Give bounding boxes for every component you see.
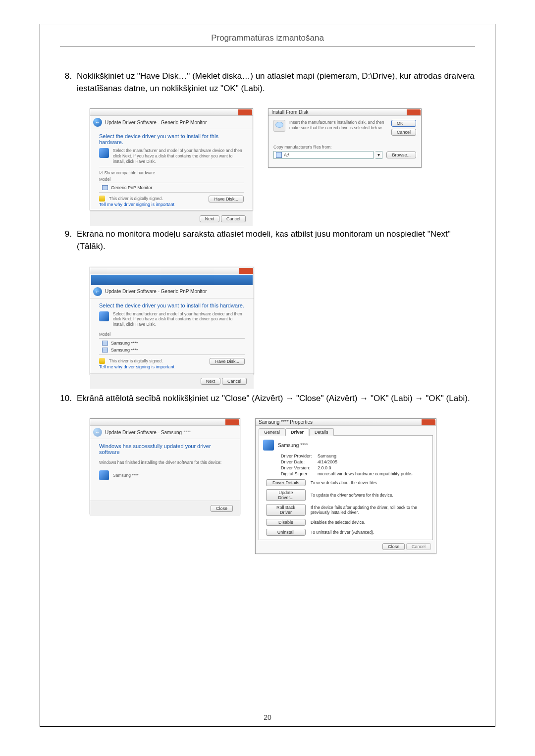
wizard-crumb: Update Driver Software - Generic PnP Mon… <box>105 289 207 294</box>
update-success-wizard: ← Update Driver Software - Samsung **** … <box>90 418 240 514</box>
device-icon <box>99 470 109 480</box>
next-button[interactable]: Next <box>200 215 220 222</box>
step-number: 10. <box>60 393 77 405</box>
titlebar <box>90 419 240 426</box>
signed-label: This driver is digitally signed. <box>109 196 163 202</box>
step-10: 10. Ekrānā attēlotā secībā noklikšķiniet… <box>60 393 475 405</box>
titlebar <box>90 267 254 274</box>
step-8: 8. Noklikšķiniet uz "Have Disk…" (Meklēt… <box>60 70 475 95</box>
close-button[interactable]: Close <box>382 543 405 550</box>
wizard-hint: Select the manufacturer and model of you… <box>113 148 244 164</box>
shield-icon <box>99 196 105 202</box>
uninstall-desc: To uninstall the driver (Advanced). <box>311 530 428 535</box>
back-icon: ← <box>93 428 102 437</box>
step-text: Ekrānā attēlotā secībā noklikšķiniet uz … <box>77 393 475 405</box>
ok-button[interactable]: OK <box>391 120 416 127</box>
titlebar <box>90 109 253 116</box>
model-item[interactable]: Samsung **** <box>99 340 245 347</box>
device-icon <box>263 440 274 451</box>
back-icon[interactable]: ← <box>93 287 102 296</box>
signing-link[interactable]: Tell me why driver signing is important <box>99 364 174 369</box>
column-header: Model <box>99 177 244 182</box>
rollback-driver-desc: If the device fails after updating the d… <box>311 505 428 515</box>
have-disk-button[interactable]: Have Disk... <box>209 196 244 202</box>
step-number: 8. <box>60 70 77 95</box>
path-combo[interactable]: A:\ <box>273 151 374 159</box>
cancel-button[interactable]: Cancel <box>221 215 246 222</box>
disk-icon <box>273 120 285 132</box>
device-icon <box>99 311 109 321</box>
install-from-disk-dialog: Install From Disk Insert the manufacture… <box>268 108 422 168</box>
success-heading: Windows has successfully updated your dr… <box>99 443 231 455</box>
wizard-hint: Select the manufacturer and model of you… <box>113 311 245 327</box>
close-button[interactable]: Close <box>211 505 233 512</box>
checkbox-compat[interactable]: ☑ Show compatible hardware <box>99 170 155 175</box>
cancel-button[interactable]: Cancel <box>222 378 247 385</box>
device-name: Samsung **** <box>113 473 139 478</box>
header-banner <box>91 275 253 285</box>
label-provider: Driver Provider: <box>281 454 318 458</box>
label-date: Driver Date: <box>281 459 318 464</box>
update-driver-desc: To update the driver software for this d… <box>311 493 428 498</box>
model-item[interactable]: Generic PnP Monitor <box>99 184 244 191</box>
disable-button[interactable]: Disable <box>266 519 306 526</box>
browse-button[interactable]: Browse... <box>386 151 416 158</box>
success-sub: Windows has finished installing the driv… <box>99 460 231 465</box>
value-provider: Samsung <box>318 454 336 458</box>
wizard-heading: Select the device driver you want to ins… <box>99 302 245 308</box>
label-version: Driver Version: <box>281 465 318 470</box>
device-name: Samsung **** <box>278 443 308 448</box>
monitor-icon <box>102 348 108 353</box>
close-icon[interactable] <box>239 268 253 274</box>
have-disk-button[interactable]: Have Disk... <box>210 358 245 365</box>
monitor-icon <box>102 341 108 346</box>
wizard-crumb: Update Driver Software - Samsung **** <box>105 430 191 435</box>
step-9: 9. Ekrānā no monitora modeļu saraksta at… <box>60 228 475 252</box>
column-header: Model <box>99 332 245 337</box>
driver-details-button[interactable]: Driver Details <box>266 479 306 486</box>
wizard-crumb: Update Driver Software - Generic PnP Mon… <box>105 120 207 125</box>
close-icon[interactable] <box>225 419 239 425</box>
value-date: 4/14/2005 <box>318 459 337 464</box>
dialog-message: Insert the manufacturer's installation d… <box>289 120 387 130</box>
update-driver-wizard: ← Update Driver Software - Generic PnP M… <box>90 108 253 210</box>
monitor-icon <box>102 185 108 190</box>
step-number: 9. <box>60 228 77 252</box>
header-rule <box>60 46 475 47</box>
value-version: 2.0.0.0 <box>318 465 331 470</box>
copy-label: Copy manufacturer's files from: <box>273 145 416 150</box>
model-item[interactable]: Samsung **** <box>99 347 245 353</box>
chevron-down-icon[interactable]: ▾ <box>375 151 382 159</box>
drive-icon <box>276 152 282 158</box>
driver-details-desc: To view details about the driver files. <box>311 480 428 485</box>
update-driver-button[interactable]: Update Driver... <box>266 489 306 501</box>
dialog-title: Samsung **** Properties <box>256 419 316 425</box>
rollback-driver-button[interactable]: Roll Back Driver <box>266 504 306 516</box>
shield-icon <box>99 358 105 364</box>
disable-desc: Disables the selected device. <box>311 520 428 525</box>
tab-driver[interactable]: Driver <box>285 428 309 436</box>
dialog-title: Install From Disk <box>268 109 311 115</box>
signing-link[interactable]: Tell me why driver signing is important <box>99 202 174 207</box>
titlebar: Samsung **** Properties <box>256 419 436 426</box>
uninstall-button[interactable]: Uninstall <box>266 529 306 536</box>
wizard-heading: Select the device driver you want to ins… <box>99 133 244 145</box>
cancel-button: Cancel <box>406 543 431 550</box>
close-icon[interactable] <box>422 419 435 425</box>
cancel-button[interactable]: Cancel <box>391 129 416 136</box>
step-text: Ekrānā no monitora modeļu saraksta atlas… <box>77 228 475 252</box>
close-icon[interactable] <box>238 109 252 115</box>
device-properties-dialog: Samsung **** Properties General Driver D… <box>255 418 436 554</box>
tab-general[interactable]: General <box>259 428 285 436</box>
value-signer: microsoft windows hardware compatibility… <box>318 471 413 476</box>
signed-label: This driver is digitally signed. <box>109 358 163 364</box>
close-icon[interactable] <box>407 109 421 115</box>
device-icon <box>99 148 109 158</box>
tab-details[interactable]: Details <box>309 428 334 436</box>
back-icon[interactable]: ← <box>93 118 102 127</box>
page-header: Programmatūras izmantošana <box>60 33 475 43</box>
next-button[interactable]: Next <box>201 378 221 385</box>
titlebar: Install From Disk <box>268 109 421 116</box>
step-text: Noklikšķiniet uz "Have Disk…" (Meklēt di… <box>77 70 475 95</box>
label-signer: Digital Signer: <box>281 471 318 476</box>
